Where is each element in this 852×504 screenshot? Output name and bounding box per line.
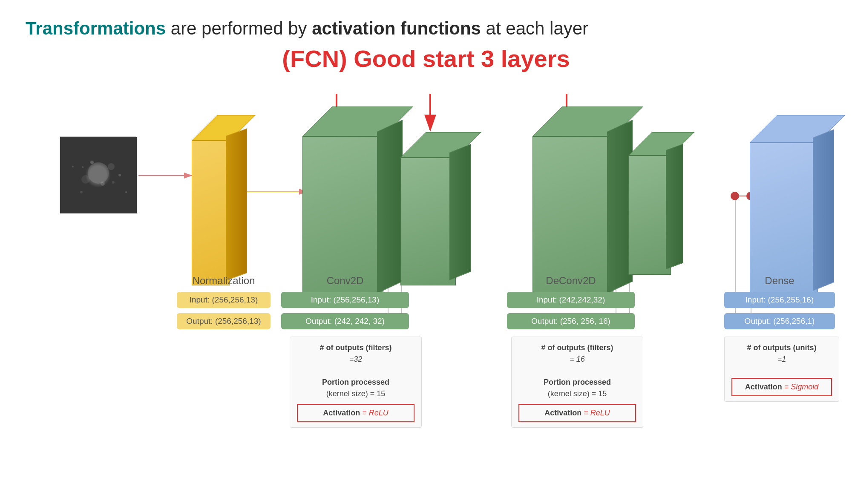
deconv2-face-top [629, 132, 695, 156]
dense-units-label: # of outputs (units) [731, 342, 832, 354]
deconv2d-input-box: Input: (242,242,32) [507, 292, 635, 308]
conv2d-label: Conv2D [281, 275, 409, 287]
conv2d-filters-label: # of outputs (filters) [297, 342, 414, 354]
deconv2d-filters-label: # of outputs (filters) [518, 342, 636, 354]
dense-activation-val: = Sigmoid [782, 383, 819, 391]
conv2d-activation-label: Activation [323, 409, 360, 417]
dense-label: Dense [724, 275, 835, 287]
deconv2d-kernel-val: (kernel size) = 15 [518, 388, 636, 400]
title-area: Transformations are performed by activat… [26, 17, 826, 40]
norm-input-box: Input: (256,256,13) [177, 292, 271, 308]
conv2d-filters-val: =32 [297, 354, 414, 365]
norm-face-side [226, 128, 247, 280]
dense-units-val: =1 [731, 354, 832, 365]
deconv2d-activation-box: Activation = ReLU [518, 404, 636, 422]
conv2d-activation-box: Activation = ReLU [297, 404, 414, 422]
dense-face-front [750, 143, 818, 296]
conv2d-annot-box: # of outputs (filters) =32 Portion proce… [290, 337, 422, 428]
svg-point-30 [80, 191, 83, 193]
deconv-face-front [532, 136, 613, 298]
input-image [60, 136, 136, 213]
svg-point-28 [90, 161, 94, 164]
deconv2d-activation-val: = ReLU [581, 409, 610, 417]
diagram-area: Normalization Input: (256,256,13) Output… [26, 81, 826, 430]
subtitle: (FCN) Good start 3 layers [26, 45, 826, 72]
svg-point-29 [118, 174, 121, 176]
deconv2d-output-box: Output: (256, 256, 16) [507, 313, 635, 329]
deconv2d-annot-box: # of outputs (filters) = 16 Portion proc… [511, 337, 643, 428]
conv2-face-front [400, 158, 456, 285]
conv2-face-side [449, 144, 471, 280]
page-title: Transformations are performed by activat… [26, 17, 826, 40]
page-container: Transformations are performed by activat… [0, 0, 852, 504]
title-part4: at each layer [481, 18, 588, 38]
deconv2-face-side [666, 144, 683, 269]
svg-rect-23 [60, 137, 137, 213]
title-part1: Transformations [26, 18, 166, 38]
norm-output-box: Output: (256,256,13) [177, 313, 271, 329]
title-part3: activation functions [312, 18, 481, 38]
dense-output-box: Output: (256,256,1) [724, 313, 835, 329]
dense-input-box: Input: (256,255,16) [724, 292, 835, 308]
title-part2: are performed by [166, 18, 312, 38]
svg-point-17 [731, 192, 739, 200]
conv2d-kernel-val: (kernel size) = 15 [297, 388, 414, 400]
conv2d-input-box: Input: (256,256,13) [281, 292, 409, 308]
svg-rect-22 [60, 137, 137, 213]
svg-point-31 [125, 191, 127, 193]
svg-point-26 [108, 163, 115, 170]
dense-face-side [813, 129, 834, 291]
norm-face-front [192, 141, 230, 285]
svg-point-27 [101, 181, 105, 186]
conv-face-front [302, 136, 383, 298]
deconv2d-activation-label: Activation [544, 409, 581, 417]
svg-point-24 [88, 162, 109, 184]
dense-annot-box: # of outputs (units) =1 Activation = Sig… [724, 337, 839, 402]
dense-activation-box: Activation = Sigmoid [731, 378, 832, 396]
input-image-svg [60, 137, 137, 213]
dense-activation-label: Activation [745, 383, 782, 391]
svg-point-25 [81, 175, 90, 184]
norm-label: Normalization [177, 275, 271, 287]
conv-face-side [377, 120, 403, 294]
conv2d-activation-val: = ReLU [360, 409, 389, 417]
deconv2-face-front [628, 156, 671, 275]
conv2d-portion-label: Portion processed [297, 377, 414, 388]
deconv2d-filters-val: = 16 [518, 354, 636, 365]
svg-point-32 [72, 166, 74, 167]
conv2d-output-box: Output: (242, 242, 32) [281, 313, 409, 329]
deconv2d-label: DeConv2D [507, 275, 635, 287]
deconv2d-portion-label: Portion processed [518, 377, 636, 388]
